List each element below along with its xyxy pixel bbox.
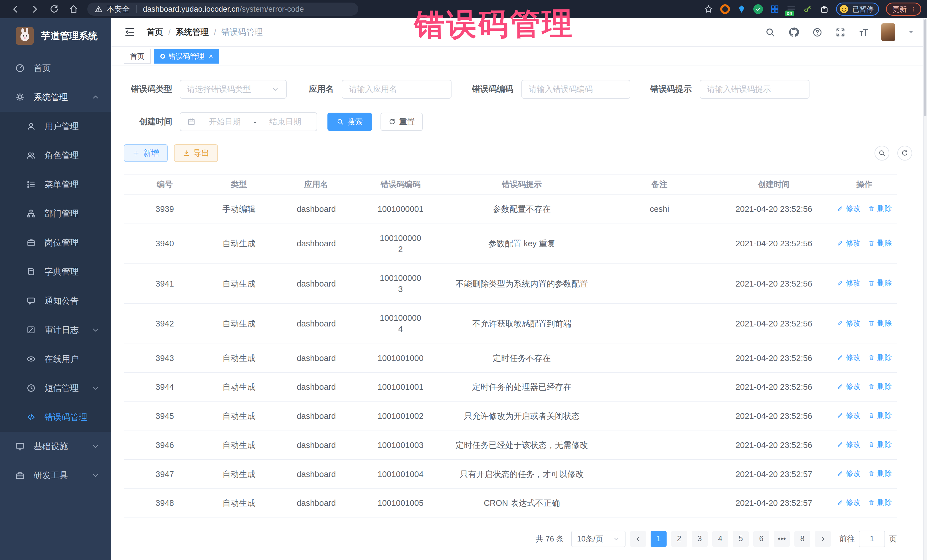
edit-label: 修改: [846, 238, 860, 248]
extension-icon-4[interactable]: [770, 4, 780, 14]
delete-link[interactable]: 删除: [868, 278, 892, 288]
app-logo-row[interactable]: 芋道管理系统: [0, 18, 111, 54]
edit-link[interactable]: 修改: [837, 318, 860, 328]
scrollbar-thumb[interactable]: [924, 20, 926, 116]
page-button-1[interactable]: 1: [650, 531, 667, 547]
tag-view-tab[interactable]: 错误码管理×: [154, 49, 219, 64]
breadcrumb-item[interactable]: 首页: [147, 27, 163, 38]
edit-link[interactable]: 修改: [837, 440, 860, 450]
forward-icon[interactable]: [30, 4, 40, 14]
add-button[interactable]: 新增: [124, 144, 168, 162]
cell-code: 100100000 3: [360, 264, 441, 304]
edit-link[interactable]: 修改: [837, 353, 860, 363]
avatar-caret-icon[interactable]: [907, 29, 915, 36]
sidebar-item-短信管理[interactable]: 短信管理: [0, 373, 111, 403]
sidebar-item-审计日志[interactable]: 审计日志: [0, 316, 111, 344]
delete-link[interactable]: 删除: [868, 238, 892, 248]
delete-link[interactable]: 删除: [868, 498, 892, 508]
extension-icon-6[interactable]: [803, 4, 813, 14]
back-icon[interactable]: [10, 4, 21, 14]
breadcrumb-item[interactable]: 系统管理: [176, 27, 209, 38]
sidebar-item-部门管理[interactable]: 部门管理: [0, 199, 111, 228]
address-bar[interactable]: 不安全 dashboard.yudao.iocoder.cn/system/er…: [87, 3, 358, 16]
cell-remark: [603, 224, 716, 264]
browser-menu-icon[interactable]: [910, 6, 916, 12]
goto-page-input[interactable]: [859, 531, 885, 547]
page-button-8[interactable]: 8: [794, 531, 810, 547]
search-button[interactable]: 搜索: [327, 112, 372, 131]
reset-button[interactable]: 重置: [380, 112, 423, 131]
edit-link[interactable]: 修改: [837, 469, 860, 478]
app-logo: [16, 27, 33, 45]
delete-link[interactable]: 删除: [868, 353, 892, 363]
pager-ellipsis[interactable]: •••: [774, 531, 790, 547]
avatar[interactable]: [881, 23, 895, 41]
refresh-table-button[interactable]: [897, 146, 912, 161]
delete-link[interactable]: 删除: [868, 411, 892, 420]
sidebar-item-系统管理[interactable]: 系统管理: [0, 83, 111, 112]
sidebar-item-角色管理[interactable]: 角色管理: [0, 141, 111, 170]
sidebar-item-通知公告[interactable]: 通知公告: [0, 286, 111, 316]
fullscreen-icon[interactable]: [835, 27, 846, 38]
scrollbar[interactable]: [923, 18, 927, 560]
font-size-icon[interactable]: [858, 27, 869, 38]
toolbar-right: [874, 146, 918, 161]
reload-icon[interactable]: [49, 4, 59, 14]
code-input[interactable]: [529, 85, 623, 94]
help-icon[interactable]: [812, 27, 823, 38]
toggle-search-button[interactable]: [874, 146, 889, 161]
delete-link[interactable]: 删除: [868, 469, 892, 478]
page-button-6[interactable]: 6: [753, 531, 769, 547]
tag-view-tab[interactable]: 首页: [124, 49, 150, 64]
home-icon[interactable]: [68, 4, 79, 14]
page-button-4[interactable]: 4: [712, 531, 728, 547]
edit-link[interactable]: 修改: [837, 411, 860, 420]
delete-link[interactable]: 删除: [868, 381, 892, 392]
sidebar-item-在线用户[interactable]: 在线用户: [0, 344, 111, 373]
cell-code: 1001001000: [360, 344, 441, 373]
page-size-select[interactable]: 10条/页: [571, 531, 626, 547]
delete-link[interactable]: 删除: [868, 203, 892, 214]
extension-icon-2[interactable]: [737, 4, 746, 14]
search-icon[interactable]: [765, 27, 775, 38]
browser-update-button[interactable]: 更新: [886, 3, 921, 16]
sidebar-item-首页[interactable]: 首页: [0, 54, 111, 83]
date-range-picker[interactable]: 开始日期 - 结束日期: [180, 112, 317, 131]
sidebar-item-label: 短信管理: [44, 382, 79, 394]
close-icon[interactable]: ×: [209, 52, 213, 61]
github-icon[interactable]: [788, 27, 799, 38]
sidebar-item-研发工具[interactable]: 研发工具: [0, 461, 111, 490]
type-select[interactable]: 请选择错误码类型: [180, 80, 287, 99]
page-button-2[interactable]: 2: [671, 531, 687, 547]
edit-link[interactable]: 修改: [837, 203, 860, 214]
cell-app: dashboard: [272, 224, 360, 264]
edit-link[interactable]: 修改: [837, 238, 860, 248]
extension-icon-5[interactable]: on: [786, 4, 796, 14]
sidebar-item-基础设施[interactable]: 基础设施: [0, 432, 111, 461]
export-button[interactable]: 导出: [174, 144, 218, 162]
hint-input[interactable]: [707, 85, 802, 94]
extensions-puzzle-icon[interactable]: [819, 4, 829, 14]
sidebar-item-用户管理[interactable]: 用户管理: [0, 112, 111, 141]
extension-icon-3[interactable]: [753, 4, 763, 14]
sidebar-collapse-icon[interactable]: [124, 26, 136, 38]
next-page-button[interactable]: [815, 531, 831, 547]
delete-link[interactable]: 删除: [868, 318, 892, 328]
delete-label: 删除: [877, 440, 892, 450]
page-button-5[interactable]: 5: [733, 531, 749, 547]
sidebar-item-错误码管理[interactable]: 错误码管理: [0, 403, 111, 432]
extension-icon-1[interactable]: [720, 4, 730, 14]
bookmark-star-icon[interactable]: [704, 4, 713, 14]
edit-link[interactable]: 修改: [837, 381, 860, 392]
edit-link[interactable]: 修改: [837, 278, 860, 288]
page-button-3[interactable]: 3: [692, 531, 708, 547]
app-input[interactable]: [349, 85, 444, 94]
prev-page-button[interactable]: [630, 531, 646, 547]
edit-link[interactable]: 修改: [837, 498, 860, 508]
delete-link[interactable]: 删除: [868, 440, 892, 450]
profile-emoji-icon: [839, 4, 849, 14]
sidebar-item-菜单管理[interactable]: 菜单管理: [0, 170, 111, 199]
sidebar-item-字典管理[interactable]: 字典管理: [0, 257, 111, 286]
sidebar-item-岗位管理[interactable]: 岗位管理: [0, 228, 111, 257]
browser-profile-chip[interactable]: 已暂停: [836, 3, 879, 16]
